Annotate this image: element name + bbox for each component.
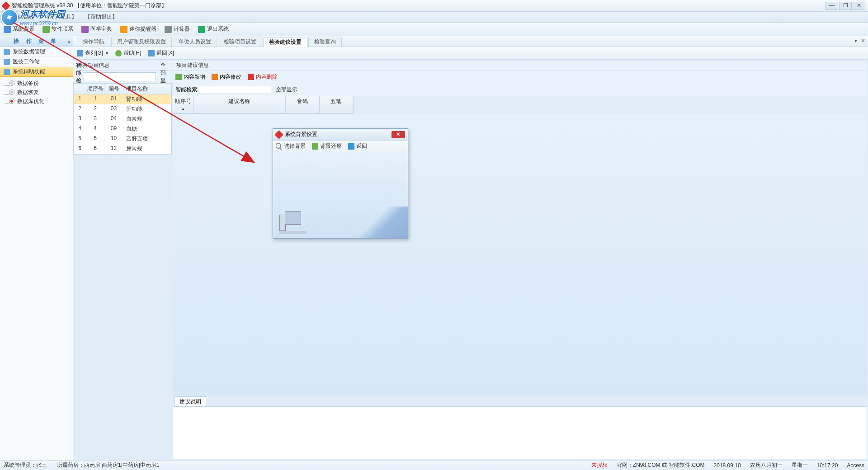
sidebar-item-workstation[interactable]: 医技工作站 [0, 57, 73, 67]
folder-icon [4, 49, 10, 55]
tab-close-icon[interactable]: ✕ [860, 38, 866, 44]
right-search-input[interactable] [199, 85, 271, 94]
table-row[interactable]: 2203肝功能 [74, 104, 171, 114]
status-date: 2018.09.10 [714, 462, 741, 469]
folder-icon [4, 69, 10, 75]
dialog-titlebar[interactable]: 系统背景设置 ✕ [273, 129, 408, 141]
minimize-button[interactable]: — [826, 2, 838, 10]
left-search-input[interactable] [84, 72, 156, 81]
background-dialog: 系统背景设置 ✕ 选择背景 背景还原 返回 [273, 128, 408, 239]
tab-nav[interactable]: 操作导航 [77, 37, 110, 47]
table-row[interactable]: 6612尿常规 [74, 144, 171, 154]
status-db: Access [847, 462, 864, 469]
computer-icon [279, 211, 307, 234]
col-blank [74, 84, 86, 94]
dialog-preview [273, 152, 408, 238]
toolbar-background[interactable]: 系统背景 [4, 25, 34, 33]
subtb-help[interactable]: 帮助[H] [115, 49, 141, 57]
tree-backup[interactable]: 数据备份 [9, 79, 73, 88]
left-panel-title: 检验项目信息 [73, 61, 172, 70]
items-grid: 顺序号 编号 项目名称 1101肾功能2203肝功能3304血常规4409血糖5… [73, 83, 172, 155]
dialog-close-button[interactable]: ✕ [392, 131, 405, 138]
dialog-toolbar: 选择背景 背景还原 返回 [273, 141, 408, 152]
action-add[interactable]: 内容新增 [175, 73, 205, 81]
status-dept: 所属药房：西药房|西药房1|中药房|中药房1 [57, 461, 160, 469]
col-name: 项目名称 [123, 84, 171, 94]
app-icon [1, 1, 10, 10]
dialog-icon [274, 130, 283, 139]
status-admin: 系统管理员：张三 [4, 461, 47, 469]
desc-body[interactable] [173, 406, 867, 459]
back-icon [348, 143, 354, 150]
tab-users[interactable]: 用户管理及权限设置 [111, 37, 172, 47]
status-site: 官网：ZN98.COM 或 智能软件.COM [617, 461, 705, 469]
bullet-icon [9, 89, 14, 95]
search-icon [276, 143, 282, 150]
tree-restore[interactable]: 数据恢复 [9, 88, 73, 97]
toolbar-calculator[interactable]: 计算器 [165, 25, 190, 33]
toolbar-reminder[interactable]: 迷你提醒器 [120, 25, 156, 33]
maximize-button[interactable]: ❐ [839, 2, 852, 10]
tab-items[interactable]: 检验项目设置 [218, 37, 262, 47]
sidebar-item-data-manage[interactable]: 系统数据管理 [0, 47, 73, 57]
search-label: 智能检索 [175, 86, 197, 94]
col-seq: 顺序号 [86, 84, 104, 94]
dialog-back[interactable]: 返回 [348, 142, 367, 150]
delete-icon [248, 74, 254, 80]
g2-col-name: 建议名称 [193, 96, 286, 113]
tab-advice[interactable]: 检验建议设置 [263, 37, 307, 47]
link-icon [42, 26, 50, 33]
status-time: 10:17:20 [817, 462, 838, 469]
g2-col-seq: 顺序号▲ [173, 96, 193, 113]
status-bar: 系统管理员：张三 所属药房：西药房|西药房1|中药房|中药房1 未授权 官网：Z… [0, 460, 868, 470]
tab-units[interactable]: 单位人员设置 [173, 37, 217, 47]
toolbar-contact[interactable]: 软件联系 [42, 25, 73, 33]
toolbar-exit[interactable]: 退出系统 [198, 25, 229, 33]
calculator-icon [165, 26, 172, 33]
close-button[interactable]: ✕ [853, 2, 865, 10]
book-icon [81, 26, 89, 33]
desc-tab[interactable]: 建议说明 [175, 396, 206, 406]
table-row[interactable]: 3304血常规 [74, 114, 171, 124]
action-delete[interactable]: 内容删除 [248, 73, 278, 81]
table-row[interactable]: 4409血糖 [74, 124, 171, 134]
bullet-icon [9, 99, 14, 104]
left-panel: 检验项目信息 智能检索 全部显示 顺序号 编号 项目名称 1101肾功能2203… [73, 61, 172, 459]
main-toolbar: 系统背景 软件联系 医学宝典 迷你提醒器 计算器 退出系统 [0, 23, 868, 36]
edit-icon [212, 74, 218, 80]
table-row[interactable]: 1101肾功能 [74, 94, 171, 104]
action-edit[interactable]: 内容修改 [212, 73, 241, 81]
shield-icon [4, 26, 11, 33]
status-lunar: 农历八月初一 [750, 461, 783, 469]
app-title: 智能检验管理系统 v68.30 【使用单位：智能医学院第一门诊部】 [12, 2, 167, 9]
status-auth: 未授权 [591, 461, 608, 469]
menu-tools[interactable]: 【常用工具】 [44, 13, 77, 21]
menubar: 【基础功能】 【常用工具】 【帮助退出】 [0, 12, 868, 23]
menu-basic[interactable]: 【基础功能】 [4, 13, 36, 21]
sub-toolbar: 表列[G]▾ 帮助[H] 返回[X] [73, 47, 868, 60]
subtb-back[interactable]: 返回[X] [148, 49, 174, 57]
subtb-columns[interactable]: 表列[G]▾ [77, 49, 108, 57]
col-code: 编号 [104, 84, 123, 94]
help-icon [115, 50, 122, 56]
exit-icon [198, 26, 205, 33]
tab-dropdown-icon[interactable]: ▾ [853, 38, 859, 44]
bell-icon [120, 26, 127, 33]
hands-illustration [354, 207, 408, 238]
tab-query[interactable]: 检验查询 [308, 37, 342, 47]
window-controls: — ❐ ✕ [826, 2, 865, 10]
toolbar-medical[interactable]: 医学宝典 [81, 25, 112, 33]
sidebar-collapse-icon[interactable]: « [67, 39, 70, 44]
add-icon [175, 74, 182, 80]
tab-strip: 操作导航 用户管理及权限设置 单位人员设置 检验项目设置 检验建议设置 检验查询… [73, 36, 868, 47]
bullet-icon [9, 80, 14, 86]
table-row[interactable]: 5510乙肝五项 [74, 134, 171, 144]
sidebar-item-assist[interactable]: 系统辅助功能 [0, 67, 73, 77]
titlebar: 智能检验管理系统 v68.30 【使用单位：智能医学院第一门诊部】 — ❐ ✕ [0, 0, 868, 12]
right-showall-button[interactable]: 全部显示 [273, 85, 300, 94]
grid-icon [77, 50, 83, 56]
tree-optimize[interactable]: 数据库优化 [9, 97, 73, 106]
menu-help[interactable]: 【帮助退出】 [85, 13, 118, 21]
dialog-restore-bg[interactable]: 背景还原 [312, 142, 342, 150]
dialog-select-bg[interactable]: 选择背景 [276, 142, 306, 150]
